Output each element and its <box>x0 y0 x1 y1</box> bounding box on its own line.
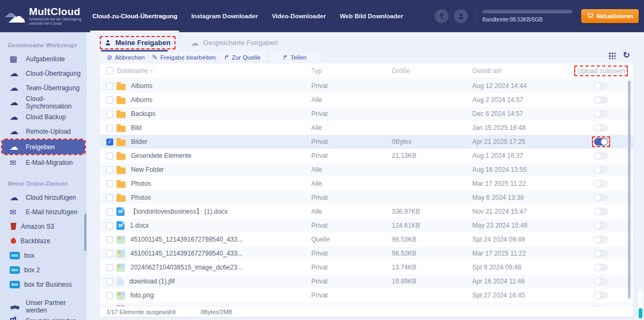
edit-share-button[interactable]: ✎ Freigabe bearbeiten <box>152 52 216 63</box>
column-header-type[interactable]: Typ <box>311 67 392 75</box>
refresh-icon[interactable]: ↻ <box>623 52 630 59</box>
row-checkbox[interactable] <box>106 222 113 229</box>
sidebar-item[interactable]: Team-Übertragung <box>2 81 85 95</box>
row-checkbox[interactable] <box>106 208 113 215</box>
table-row[interactable]: download (1).jfif Privat 19.89KB Apr 16 … <box>100 274 633 288</box>
allow-upload-toggle[interactable] <box>594 278 608 285</box>
sidebar-scrollbar[interactable] <box>84 214 86 251</box>
allow-upload-toggle[interactable] <box>594 180 608 187</box>
row-checkbox[interactable] <box>106 250 113 257</box>
table-row[interactable]: Albums Privat Aug 12 2024 14:44 <box>100 79 633 93</box>
allow-upload-toggle[interactable] <box>594 236 608 243</box>
sidebar-item[interactable]: Freigeben <box>2 140 85 154</box>
row-checkbox[interactable] <box>106 152 113 159</box>
table-row[interactable]: Bild Alle Jan 15 2025 16:48 <box>100 121 633 135</box>
go-to-source-button[interactable]: ↱ Zur Quelle <box>216 52 268 63</box>
sidebar-item[interactable]: Aufgabenliste <box>2 52 85 66</box>
sort-asc-icon[interactable]: ↑ <box>150 68 153 74</box>
shared-date: Aug 16 2024 13:55 <box>472 166 569 173</box>
column-header-shared-at[interactable]: Geteilt am <box>472 67 569 75</box>
row-checkbox[interactable] <box>106 278 113 285</box>
file-size: 336.97KB <box>392 208 472 215</box>
allow-upload-toggle[interactable] <box>594 208 608 215</box>
allow-upload-toggle[interactable] <box>594 292 608 299</box>
table-row[interactable]: Albums Alle Aug 2 2024 14:57 <box>100 93 633 107</box>
column-header-filename[interactable]: Dateiname <box>117 67 148 75</box>
table-scrollbar[interactable] <box>628 81 631 299</box>
nav-cloud-to-cloud[interactable]: Cloud-zu-Cloud-Übertragung <box>92 0 177 32</box>
sidebar-item[interactable]: box 2 <box>2 263 85 277</box>
table-row[interactable]: 451001145_1214391672798540_433... Quelle… <box>100 232 633 246</box>
sidebar-item[interactable]: Remote-Upload <box>2 124 85 139</box>
sidebar-item[interactable]: Cloud-Synchronisation <box>2 95 85 110</box>
sidebar-item-label: box 2 <box>24 266 40 274</box>
sidebar-item-invite-friends[interactable]: Freunde einladen <box>2 314 85 320</box>
table-row[interactable]: 1.docx Privat 124.61KB May 23 2024 15:49 <box>100 219 633 232</box>
upgrade-button[interactable]: Aktualisieren <box>581 9 639 23</box>
sidebar-item-become-partner[interactable]: Unser Partner werden <box>2 299 85 314</box>
user-avatar-icon[interactable] <box>454 9 468 23</box>
goto-source-arrow-icon: ↱ <box>224 54 229 61</box>
row-checkbox[interactable] <box>106 166 113 173</box>
row-checkbox[interactable] <box>106 97 113 104</box>
select-all-checkbox[interactable] <box>106 67 113 74</box>
sidebar-item[interactable]: Amazon S3 <box>2 219 85 234</box>
sidebar-item[interactable]: box for Business <box>2 277 85 292</box>
sidebar-item[interactable]: box <box>2 248 85 263</box>
row-checkbox[interactable] <box>106 236 113 243</box>
page-scrollbar-thumb[interactable] <box>639 308 642 318</box>
tab-my-shares[interactable]: Meine Freigaben <box>100 36 175 49</box>
nav-instagram-downloader[interactable]: Instagram Downloader <box>191 0 258 32</box>
row-checkbox[interactable] <box>106 180 113 187</box>
allow-upload-toggle[interactable] <box>594 166 608 173</box>
sidebar-item[interactable]: E-Mail-Migration <box>2 155 85 170</box>
allow-upload-toggle[interactable] <box>594 152 608 159</box>
multcloud-logo[interactable]: ☁ MultCloud Schwerpunkt auf der Übertrag… <box>8 6 88 26</box>
sidebar-item[interactable]: Backblaze <box>2 234 85 248</box>
column-header-allow-upload[interactable]: Upload zulassen <box>574 66 628 76</box>
nav-web-image-downloader[interactable]: Web Bild Downloader <box>340 0 403 32</box>
row-checkbox[interactable] <box>106 139 113 146</box>
table-row[interactable]: Bilder Privat 0Bytes Apr 21 2025 17:25 <box>100 135 633 149</box>
row-checkbox[interactable] <box>106 194 113 201</box>
allow-upload-toggle[interactable] <box>594 124 608 132</box>
allow-upload-toggle[interactable] <box>594 264 608 271</box>
table-row[interactable]: 451001145_1214391672798540_433... Privat… <box>100 246 633 260</box>
share-button[interactable]: ↱ Teilen <box>268 52 320 63</box>
row-checkbox[interactable] <box>106 111 113 118</box>
row-checkbox[interactable] <box>106 83 113 90</box>
table-row[interactable]: foto.png Privat Spt 27 2024 16:45 <box>100 288 633 302</box>
cancel-share-button[interactable]: ⊘ Abbrechen <box>100 52 152 63</box>
allow-upload-toggle[interactable] <box>594 250 608 257</box>
row-checkbox[interactable] <box>106 292 113 299</box>
table-row[interactable]: Photos Alle Mar 17 2025 11:22 <box>100 177 633 191</box>
allow-upload-toggle[interactable] <box>594 82 608 90</box>
sidebar-item[interactable]: Cloud hinzufügen <box>2 190 85 205</box>
toolbar-button-label: Freigabe bearbeiten <box>160 54 216 61</box>
sidebar-item-label: Cloud Backup <box>26 113 66 121</box>
row-checkbox[interactable] <box>106 264 113 271</box>
grid-view-icon[interactable] <box>609 52 616 59</box>
sidebar-item[interactable]: Cloud-Übertragung <box>2 66 85 81</box>
column-header-size[interactable]: Größe <box>392 67 472 75</box>
nav-video-downloader[interactable]: Video-Downloader <box>272 0 326 32</box>
table-row[interactable]: 20240627104038515_image_dc6e23... Privat… <box>100 260 633 274</box>
sidebar-item-label: Remote-Upload <box>26 128 71 135</box>
allow-upload-toggle[interactable] <box>594 96 608 104</box>
allow-upload-toggle[interactable] <box>594 138 608 146</box>
sidebar-item[interactable]: Cloud Backup <box>2 110 85 124</box>
table-row[interactable]: Backups Privat Dec 6 2024 14:57 <box>100 107 633 121</box>
allow-upload-toggle[interactable] <box>594 222 608 229</box>
table-row[interactable]: 【londonlovesbusiness】 (1).docx Alle 336.… <box>100 205 633 219</box>
allow-upload-toggle[interactable] <box>594 110 608 118</box>
row-checkbox[interactable] <box>106 125 113 132</box>
key-icon[interactable] <box>435 9 449 23</box>
file-name: Photos <box>131 180 311 187</box>
table-row[interactable]: Gesendete Elemente Privat 21.13KB Aug 1 … <box>100 149 633 163</box>
tab-saved-shares[interactable]: ☁ Gespeicherte Freigaben <box>187 37 282 48</box>
table-row[interactable]: New Folder Alle Aug 16 2024 13:55 <box>100 163 633 177</box>
sidebar-item[interactable]: E-Mail hinzufügen <box>2 205 85 219</box>
table-row[interactable]: takeout-20240710T0007407-001.z... Privat… <box>100 302 633 306</box>
table-row[interactable]: Photos Privat May 6 2024 13:38 <box>100 191 633 205</box>
allow-upload-toggle[interactable] <box>594 194 608 201</box>
